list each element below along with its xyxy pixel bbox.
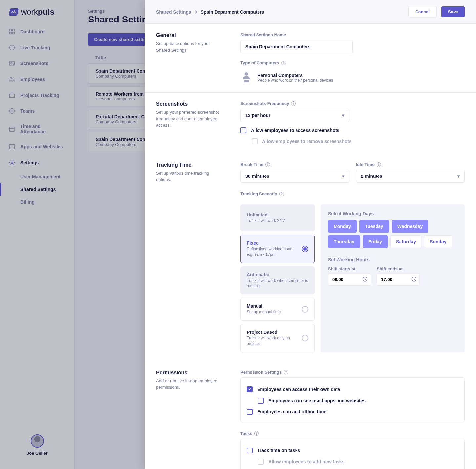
section-screenshots: Screenshots Set up your preferred screen… [145, 93, 476, 153]
radio-icon [302, 246, 308, 252]
day-tuesday[interactable]: Tuesday [359, 220, 389, 233]
tracking-heading: Tracking Time [156, 162, 224, 168]
tracking-desc: Set up various time tracking options. [156, 170, 224, 183]
computer-type-sub: People who work on their personal device… [258, 78, 333, 83]
help-icon[interactable]: ? [281, 61, 286, 65]
day-thursday[interactable]: Thursday [328, 235, 360, 248]
breadcrumb-current: Spain Deparment Computers [201, 9, 264, 15]
employees-offline-time-checkbox[interactable]: Employees can add offline time [247, 409, 458, 415]
shift-start-label: Shift starts at [328, 266, 371, 271]
help-icon[interactable]: ? [279, 192, 284, 196]
breadcrumb-root[interactable]: Shared Settings [156, 9, 191, 15]
computer-type-title: Personal Computers [258, 73, 333, 78]
help-icon[interactable]: ? [284, 370, 288, 374]
section-general: General Set up base options for your Sha… [145, 24, 476, 93]
radio-icon [302, 306, 308, 313]
settings-name-input[interactable] [240, 40, 353, 53]
allow-add-tasks-checkbox: Allow employees to add new tasks [258, 459, 458, 465]
scenario-automatic: AutomaticTracker will work when computer… [240, 266, 315, 295]
help-icon[interactable]: ? [377, 162, 381, 167]
modal-header: Shared Settings Spain Deparment Computer… [145, 0, 476, 24]
shift-end-label: Shift ends at [377, 266, 420, 271]
tracking-scenario-label: Tracking Scenario? [240, 191, 465, 196]
svg-point-15 [245, 72, 248, 76]
settings-name-label: Shared Settings Name [240, 32, 465, 37]
radio-icon [302, 335, 308, 341]
allow-remove-screenshots-checkbox: Allow employees to remove screenshots [252, 138, 465, 144]
breadcrumb: Shared Settings Spain Deparment Computer… [156, 9, 264, 15]
employees-apps-websites-checkbox[interactable]: Employees can see used apps and websites [258, 398, 458, 404]
clock-icon [411, 276, 416, 283]
employees-own-data-checkbox[interactable]: Employees can access their own data [247, 386, 458, 392]
chevron-down-icon: ▾ [342, 174, 344, 179]
scenario-unlimited: UnlimitedTracker will work 24/7 [240, 204, 315, 231]
track-time-tasks-checkbox[interactable]: Track time on tasks [247, 448, 458, 453]
break-time-label: Break Time? [240, 162, 349, 167]
day-saturday[interactable]: Saturday [390, 235, 421, 248]
chevron-right-icon [195, 10, 197, 14]
permissions-heading: Permissions [156, 370, 224, 376]
day-sunday[interactable]: Sunday [424, 235, 452, 248]
general-heading: General [156, 32, 224, 38]
screenshot-frequency-select[interactable]: 12 per hour▾ [240, 109, 349, 122]
help-icon[interactable]: ? [254, 431, 259, 436]
allow-access-screenshots-checkbox[interactable]: Allow employees to access screenshots [240, 127, 465, 133]
type-of-computers-label: Type of Computers? [240, 60, 465, 65]
personal-computer-icon [240, 71, 252, 84]
cancel-button[interactable]: Cancel [408, 6, 437, 18]
save-button[interactable]: Save [441, 6, 465, 17]
scenario-manual[interactable]: ManualSet up manual time [240, 298, 315, 321]
screenshots-heading: Screenshots [156, 101, 224, 107]
working-hours-heading: Set Working Hours [328, 257, 457, 262]
tasks-label: Tasks? [240, 431, 465, 436]
chevron-down-icon: ▾ [342, 113, 344, 118]
svg-rect-16 [244, 80, 249, 82]
chevron-down-icon: ▾ [457, 174, 460, 179]
day-monday[interactable]: Monday [328, 220, 357, 233]
idle-time-label: Idle Time? [356, 162, 465, 167]
section-permissions: Permissions Add or remove in-app employe… [145, 361, 476, 469]
scenario-fixed[interactable]: FixedDefine fixed working hours e.g. 9am… [240, 235, 315, 263]
permission-settings-label: Permission Settings? [240, 370, 465, 375]
general-desc: Set up base options for your Shared Sett… [156, 40, 224, 53]
help-icon[interactable]: ? [265, 162, 270, 167]
idle-time-select[interactable]: 2 minutes▾ [356, 170, 465, 183]
day-wednesday[interactable]: Wednesday [392, 220, 429, 233]
shared-settings-modal: Shared Settings Spain Deparment Computer… [145, 0, 476, 469]
permissions-desc: Add or remove in-app employee permission… [156, 378, 224, 391]
section-tracking-time: Tracking Time Set up various time tracki… [145, 153, 476, 361]
help-icon[interactable]: ? [291, 101, 296, 106]
screenshots-desc: Set up your preferred screenshot frequen… [156, 109, 224, 129]
break-time-select[interactable]: 30 minutes▾ [240, 170, 349, 183]
day-friday[interactable]: Friday [363, 235, 388, 248]
screenshot-frequency-label: Screenshots Frequency? [240, 101, 465, 106]
scenario-project-based[interactable]: Project BasedTracker will work only on p… [240, 324, 315, 352]
working-days-heading: Select Working Days [328, 211, 457, 216]
clock-icon [362, 276, 368, 283]
working-days-panel: Select Working Days MondayTuesdayWednesd… [321, 204, 465, 352]
